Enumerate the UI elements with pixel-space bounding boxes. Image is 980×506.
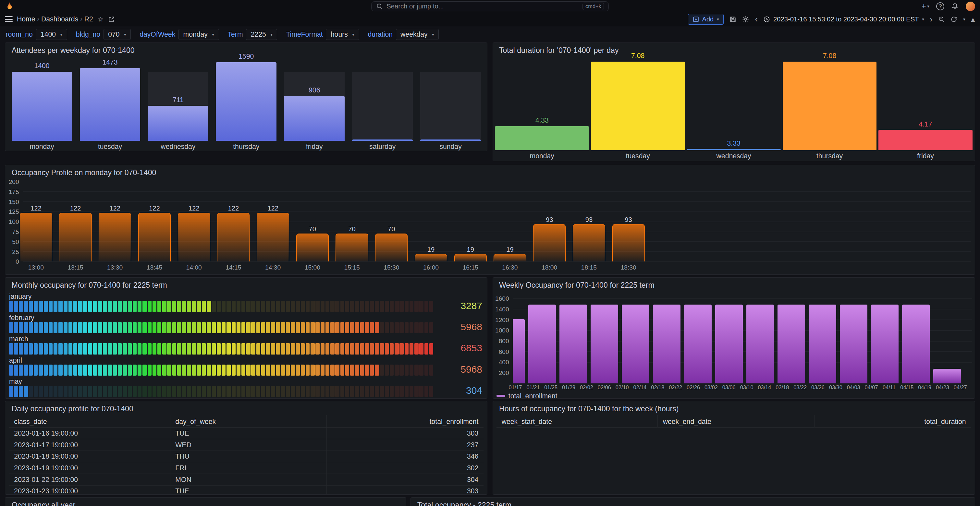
- time-shift-back-icon[interactable]: ‹: [755, 16, 758, 23]
- column-header-week_end_date[interactable]: week_end_date: [658, 415, 814, 428]
- bar-1515[interactable]: [336, 233, 368, 262]
- bar-1830[interactable]: [612, 224, 645, 262]
- bar-week-8[interactable]: [715, 305, 743, 383]
- variable-dropdown-bldg_no[interactable]: 070▾: [103, 29, 131, 40]
- bar-monday[interactable]: [495, 126, 589, 150]
- bar-background-column: [352, 72, 413, 141]
- bar-week-5[interactable]: [622, 305, 649, 383]
- bar-1300[interactable]: [20, 213, 52, 262]
- bar-week-12[interactable]: [840, 305, 867, 383]
- bar-week-4[interactable]: [590, 305, 618, 383]
- panel-title[interactable]: Total duration for '070-1400' per day: [493, 43, 975, 56]
- breadcrumb-home[interactable]: Home: [17, 15, 35, 23]
- breadcrumb-r2[interactable]: R2: [84, 15, 93, 23]
- variable-dropdown-duration[interactable]: weekday▾: [396, 29, 439, 40]
- lcd-cell: [153, 301, 156, 312]
- bar-1530[interactable]: [375, 233, 407, 262]
- save-dashboard-icon[interactable]: [729, 16, 736, 23]
- variable-dropdown-dayOfWeek[interactable]: monday▾: [178, 29, 219, 40]
- search-input[interactable]: Search or jump to... cmd+k: [371, 1, 609, 11]
- lcd-cell: [385, 343, 389, 355]
- bar-week-10[interactable]: [778, 305, 805, 383]
- time-range-picker[interactable]: 2023-01-16 15:53:02 to 2023-04-30 20:00:…: [763, 16, 924, 23]
- favorite-star-icon[interactable]: ☆: [97, 15, 103, 23]
- mega-menu-icon[interactable]: [5, 16, 12, 22]
- bar-saturday[interactable]: [352, 140, 413, 141]
- new-menu-button[interactable]: +▾: [921, 2, 929, 11]
- breadcrumb-dashboards[interactable]: Dashboards: [41, 15, 78, 23]
- share-icon[interactable]: [108, 16, 115, 23]
- panel-title[interactable]: Occupancy Profile on monday for 070-1400: [5, 165, 974, 179]
- column-header-total_duration[interactable]: total_duration: [815, 415, 971, 428]
- lcd-cell: [197, 343, 201, 355]
- bar-1500[interactable]: [296, 233, 329, 262]
- column-header-total_enrollment[interactable]: total_enrollment: [327, 415, 483, 428]
- lcd-cell: [375, 365, 379, 376]
- variable-dropdown-TimeFormat[interactable]: hours▾: [326, 29, 359, 40]
- variable-dropdown-room_no[interactable]: 1400▾: [36, 29, 67, 40]
- dashboard-settings-gear-icon[interactable]: [742, 16, 749, 23]
- bar-1400[interactable]: [178, 213, 210, 262]
- bar-1315[interactable]: [59, 213, 92, 262]
- bar-1800[interactable]: [533, 224, 566, 262]
- refresh-icon[interactable]: [950, 16, 957, 23]
- refresh-interval-caret-icon[interactable]: ▾: [963, 17, 966, 22]
- time-shift-forward-icon[interactable]: ›: [930, 16, 932, 23]
- variable-room_no: room_no1400▾: [6, 29, 67, 40]
- bar-friday[interactable]: [284, 96, 345, 141]
- variable-label: dayOfWeek: [140, 30, 175, 38]
- bar-week-9[interactable]: [746, 305, 774, 383]
- help-icon[interactable]: ?: [936, 2, 944, 10]
- bar-wednesday[interactable]: [687, 149, 781, 150]
- lcd-cell: [133, 322, 137, 333]
- user-avatar[interactable]: [966, 2, 975, 11]
- column-header-class_date[interactable]: class_date: [9, 415, 170, 428]
- bar-1600[interactable]: [415, 254, 447, 262]
- bar-week-1[interactable]: [513, 319, 524, 383]
- bar-week-11[interactable]: [809, 305, 836, 383]
- panel-title[interactable]: Hours of occupancy for 070-1400 for the …: [493, 401, 975, 415]
- bar-wednesday[interactable]: [148, 106, 208, 141]
- bar-1430[interactable]: [257, 213, 289, 262]
- panel-title[interactable]: Weekly Occupancy for 070-1400 for 2225 t…: [493, 278, 975, 291]
- add-panel-button[interactable]: Add ▾: [688, 14, 724, 25]
- bar-1815[interactable]: [573, 224, 605, 262]
- bar-thursday[interactable]: [783, 62, 877, 150]
- bar-week-15[interactable]: [933, 369, 961, 383]
- lcd-cell: [59, 301, 62, 312]
- bar-week-6[interactable]: [653, 305, 681, 383]
- bar-1630[interactable]: [493, 254, 526, 262]
- bar-monday[interactable]: [12, 72, 72, 141]
- lcd-cell: [246, 301, 250, 312]
- column-header-week_start_date[interactable]: week_start_date: [496, 415, 658, 428]
- bar-1330[interactable]: [99, 213, 131, 262]
- notifications-bell-icon[interactable]: [951, 3, 959, 10]
- panel-title[interactable]: Total occupancy - 2225 term: [411, 498, 974, 506]
- panel-title[interactable]: Monthly occupancy for 070-1400 for 2225 …: [5, 278, 487, 291]
- bar-1615[interactable]: [454, 254, 487, 262]
- panel-title[interactable]: Daily occupancy profile for 070-1400: [5, 401, 487, 415]
- zoom-out-time-icon[interactable]: [938, 16, 945, 23]
- bar-1415[interactable]: [217, 213, 250, 262]
- lcd-cell: [217, 343, 221, 355]
- bar-friday[interactable]: [878, 130, 972, 150]
- lcd-cell: [232, 322, 235, 333]
- chevron-up-icon[interactable]: ▴: [971, 16, 975, 23]
- bar-tuesday[interactable]: [80, 68, 140, 141]
- bar-1345[interactable]: [138, 213, 171, 262]
- column-header-day_of_week[interactable]: day_of_week: [170, 415, 327, 428]
- lcd-cell: [59, 385, 62, 397]
- bar-week-14[interactable]: [902, 305, 930, 383]
- bar-thursday[interactable]: [216, 62, 277, 141]
- lcd-cell: [167, 301, 171, 312]
- grafana-logo[interactable]: [5, 2, 14, 11]
- bar-tuesday[interactable]: [591, 62, 685, 150]
- bar-week-3[interactable]: [560, 305, 587, 383]
- panel-title[interactable]: Occupancy all year: [5, 498, 406, 506]
- bar-week-7[interactable]: [684, 305, 712, 383]
- bar-week-13[interactable]: [871, 305, 899, 383]
- variable-dropdown-Term[interactable]: 2225▾: [246, 29, 277, 40]
- bar-sunday[interactable]: [420, 140, 481, 141]
- legend[interactable]: total_enrollment: [496, 392, 557, 399]
- bar-week-2[interactable]: [528, 305, 556, 383]
